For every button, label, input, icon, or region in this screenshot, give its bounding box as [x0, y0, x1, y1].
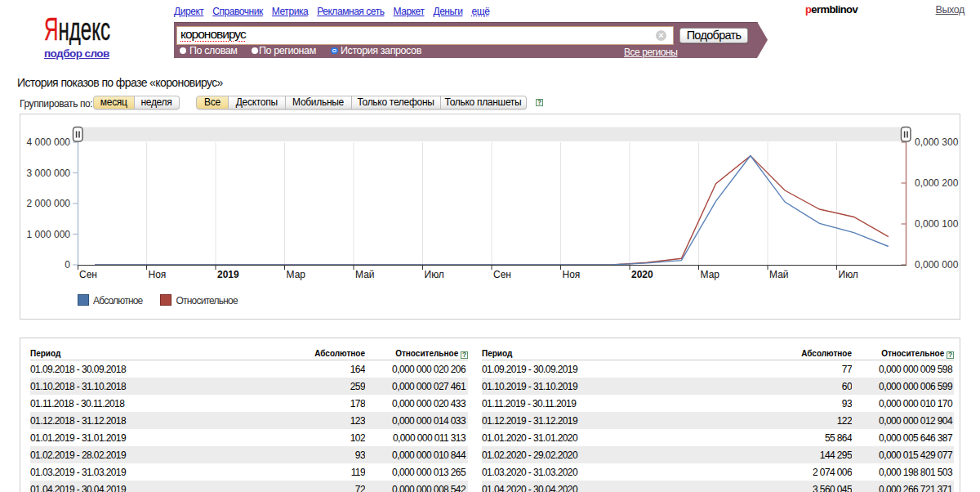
svg-text:Сен: Сен: [79, 269, 97, 280]
svg-text:Сен: Сен: [493, 269, 511, 280]
svg-text:2 000 000: 2 000 000: [27, 198, 71, 209]
svg-text:0,000 200: 0,000 200: [915, 177, 959, 189]
svg-text:0,000 000: 0,000 000: [915, 259, 959, 271]
svg-text:0,000 100: 0,000 100: [915, 218, 959, 230]
svg-text:Июл: Июл: [839, 269, 858, 280]
svg-text:Май: Май: [355, 269, 375, 280]
svg-text:0,000 300: 0,000 300: [915, 136, 959, 148]
svg-text:Июл: Июл: [425, 269, 444, 280]
svg-text:Относительное: Относительное: [176, 295, 238, 306]
svg-text:Ноя: Ноя: [149, 269, 167, 280]
svg-text:2019: 2019: [217, 269, 239, 280]
svg-text:2020: 2020: [631, 269, 653, 280]
svg-text:Ноя: Ноя: [563, 269, 581, 280]
svg-text:0: 0: [65, 259, 70, 271]
svg-text:Мар: Мар: [701, 269, 720, 280]
svg-text:Май: Май: [769, 269, 789, 280]
svg-text:Абсолютное: Абсолютное: [93, 295, 144, 306]
svg-text:Яндекс: Яндекс: [44, 17, 110, 45]
svg-text:Мар: Мар: [287, 269, 306, 280]
svg-text:3 000 000: 3 000 000: [27, 168, 71, 179]
svg-text:1 000 000: 1 000 000: [27, 229, 71, 240]
svg-text:4 000 000: 4 000 000: [27, 136, 71, 148]
